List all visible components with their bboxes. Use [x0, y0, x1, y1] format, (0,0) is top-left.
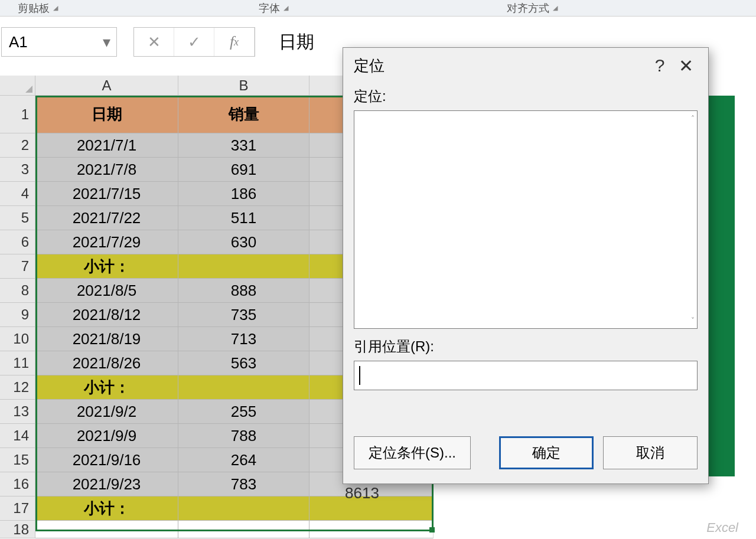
goto-list-label: 定位: — [354, 87, 698, 106]
reference-label: 引用位置(R): — [354, 337, 698, 356]
cell[interactable]: 186 — [178, 182, 309, 206]
cell[interactable]: 888 — [178, 279, 309, 303]
selection-indicator-right — [708, 96, 735, 476]
ribbon-group-labels: 剪贴板◢ 字体◢ 对齐方式◢ — [0, 0, 756, 17]
cell[interactable]: 2021/8/12 — [35, 303, 178, 327]
cell[interactable] — [178, 375, 309, 400]
dialog-title: 定位 — [354, 55, 647, 76]
cell[interactable]: 小计： — [35, 375, 178, 400]
ribbon-label-font: 字体 — [259, 1, 280, 15]
cell[interactable]: 511 — [178, 206, 309, 230]
column-header-a[interactable]: A — [35, 76, 178, 96]
row-header[interactable]: 14 — [0, 424, 35, 448]
cell[interactable] — [309, 521, 434, 538]
row-header[interactable]: 11 — [0, 351, 35, 375]
cancel-formula-button[interactable]: ✕ — [134, 28, 174, 56]
row-header[interactable]: 13 — [0, 400, 35, 424]
cancel-button[interactable]: 取消 — [603, 436, 698, 469]
name-box[interactable]: A1 ▾ — [1, 27, 117, 57]
cell[interactable] — [178, 496, 309, 521]
cell-value-peek: 8613 — [345, 484, 379, 502]
cell[interactable]: 2021/9/9 — [35, 424, 178, 448]
name-box-value: A1 — [9, 33, 28, 51]
row-header[interactable]: 3 — [0, 158, 35, 182]
dialog-launcher-icon[interactable]: ◢ — [53, 4, 58, 12]
row-header[interactable]: 6 — [0, 230, 35, 254]
cell[interactable] — [35, 521, 178, 538]
cell[interactable]: 630 — [178, 230, 309, 254]
cell[interactable] — [178, 254, 309, 279]
row-header[interactable]: 9 — [0, 303, 35, 327]
cell[interactable]: 2021/7/29 — [35, 230, 178, 254]
row-header[interactable]: 16 — [0, 472, 35, 496]
row-header[interactable]: 1 — [0, 96, 35, 133]
accept-formula-button[interactable]: ✓ — [174, 28, 214, 56]
ribbon-label-alignment: 对齐方式 — [507, 1, 549, 15]
cell[interactable]: 2021/7/8 — [35, 158, 178, 182]
cell[interactable]: 691 — [178, 158, 309, 182]
row-header[interactable]: 8 — [0, 279, 35, 303]
table-row: 18 — [0, 521, 437, 538]
cell[interactable]: 2021/8/19 — [35, 327, 178, 351]
help-icon[interactable]: ? — [647, 55, 673, 76]
row-header[interactable]: 5 — [0, 206, 35, 230]
dialog-launcher-icon[interactable]: ◢ — [284, 4, 288, 12]
row-header[interactable]: 15 — [0, 448, 35, 472]
row-header[interactable]: 17 — [0, 496, 35, 521]
ribbon-label-clipboard: 剪贴板 — [18, 1, 50, 15]
goto-dialog: 定位 ? ✕ 定位: ˄ ˅ 引用位置(R): 定位条件(S)... 确定 取消 — [343, 47, 709, 484]
reference-input[interactable] — [354, 361, 698, 390]
dialog-launcher-icon[interactable]: ◢ — [553, 4, 558, 12]
cell[interactable]: 2021/7/15 — [35, 182, 178, 206]
cell[interactable]: 2021/9/23 — [35, 472, 178, 496]
row-header[interactable]: 18 — [0, 521, 35, 538]
cell[interactable]: 2021/9/16 — [35, 448, 178, 472]
chevron-down-icon[interactable]: ▾ — [103, 33, 110, 51]
formula-bar-buttons: ✕ ✓ fx — [133, 27, 255, 57]
row-header[interactable]: 4 — [0, 182, 35, 206]
row-header[interactable]: 7 — [0, 254, 35, 279]
cell[interactable]: 264 — [178, 448, 309, 472]
cell[interactable]: 255 — [178, 400, 309, 424]
row-header[interactable]: 10 — [0, 327, 35, 351]
close-icon[interactable]: ✕ — [673, 55, 699, 76]
row-header[interactable]: 12 — [0, 375, 35, 400]
cell[interactable]: 735 — [178, 303, 309, 327]
goto-special-button[interactable]: 定位条件(S)... — [354, 436, 471, 469]
cell[interactable]: 2021/8/5 — [35, 279, 178, 303]
goto-listbox[interactable]: ˄ ˅ — [354, 110, 698, 329]
cell[interactable]: 2021/7/1 — [35, 133, 178, 158]
cell[interactable]: 563 — [178, 351, 309, 375]
cell[interactable]: 2021/9/2 — [35, 400, 178, 424]
column-header-b[interactable]: B — [178, 76, 309, 96]
cell[interactable]: 日期 — [35, 96, 178, 133]
scroll-up-icon[interactable]: ˄ — [691, 115, 695, 123]
scroll-down-icon[interactable]: ˅ — [691, 316, 695, 325]
cell[interactable]: 小计： — [35, 254, 178, 279]
cell[interactable] — [178, 521, 309, 538]
cell[interactable]: 2021/8/26 — [35, 351, 178, 375]
cell[interactable]: 783 — [178, 472, 309, 496]
cell[interactable]: 331 — [178, 133, 309, 158]
cell[interactable]: 小计： — [35, 496, 178, 521]
cell[interactable]: 788 — [178, 424, 309, 448]
formula-text[interactable]: 日期 — [279, 30, 314, 54]
cell[interactable]: 713 — [178, 327, 309, 351]
cell[interactable]: 2021/7/22 — [35, 206, 178, 230]
cell[interactable]: 销量 — [178, 96, 309, 133]
ok-button[interactable]: 确定 — [499, 436, 594, 469]
watermark-text: Excel — [706, 520, 738, 535]
select-all-button[interactable] — [0, 76, 35, 96]
row-header[interactable]: 2 — [0, 133, 35, 158]
fx-button[interactable]: fx — [214, 28, 255, 56]
